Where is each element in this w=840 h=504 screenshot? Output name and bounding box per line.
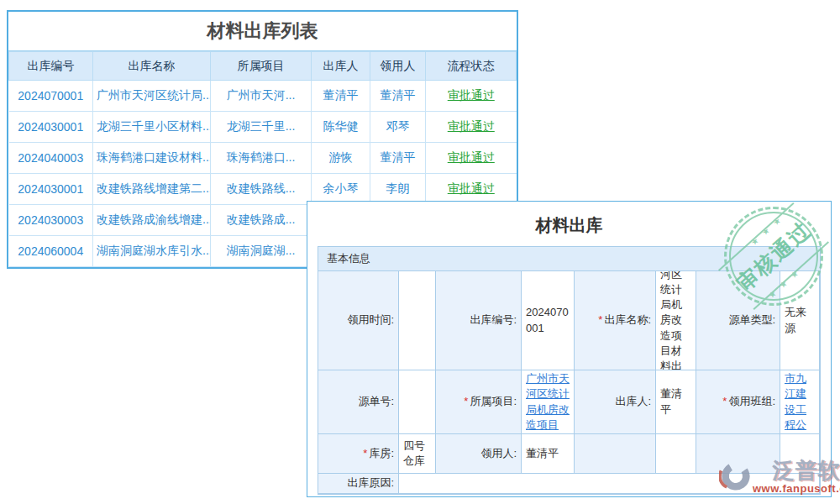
table-row[interactable]: 2024030001改建铁路线增建第二...改建铁路线...余小琴李朗审批通过 <box>9 174 517 205</box>
cell-issuer: 游恢 <box>312 143 370 174</box>
form-value-text: 董清平 <box>526 446 559 461</box>
form-value-link[interactable]: 广州市天河区统计局机房改造项目 <box>526 371 570 433</box>
form-label: *库房: <box>318 434 399 474</box>
cell-name: 龙湖三千里小区材料... <box>93 112 211 143</box>
cell-status: 审批通过 <box>426 174 517 205</box>
cell-issuer: 董清平 <box>312 81 370 112</box>
cell-status: 审批通过 <box>426 81 517 112</box>
section-header-basic-info: 基本信息 <box>318 247 820 271</box>
form-label-text: 所属项目: <box>470 394 517 409</box>
required-marker: * <box>363 446 367 461</box>
cell-project: 改建铁路线... <box>211 174 312 205</box>
table-row[interactable]: 2024030001龙湖三千里小区材料...龙湖三千里...陈华健邓琴审批通过 <box>9 112 517 143</box>
form-value: 2024070001 <box>522 271 575 370</box>
form-label-text: 出库名称: <box>604 312 651 328</box>
form-label-text: 库房: <box>369 446 394 461</box>
cell-project: 龙湖三千里... <box>211 112 312 143</box>
cell-issuer: 余小琴 <box>312 174 370 205</box>
column-header: 流程状态 <box>426 52 517 81</box>
cell-recipient: 李朗 <box>370 174 426 205</box>
form-value-text: 2024070001 <box>526 305 570 335</box>
table-row[interactable]: 2024040003珠海鹤港口建设材料...珠海鹤港口...游恢董清平审批通过 <box>9 143 517 174</box>
form-label-text: 出库原因: <box>347 475 394 491</box>
form-label: *领用班组: <box>696 370 780 434</box>
form-label-text: 源单类型: <box>728 312 775 328</box>
cell-name: 珠海鹤港口建设材料... <box>93 143 211 174</box>
required-marker: * <box>722 394 727 409</box>
form-value: 无来源 <box>780 271 820 370</box>
cell-id[interactable]: 2024030001 <box>9 112 93 143</box>
cell-name: 广州市天河区统计局... <box>93 81 211 112</box>
cell-id[interactable]: 2024030003 <box>9 205 93 236</box>
cell-recipient: 董清平 <box>370 143 426 174</box>
column-header: 领用人 <box>370 52 426 81</box>
form-label: *出库名称: <box>575 271 656 370</box>
form-value: 四号仓库 <box>399 434 436 474</box>
cell-id[interactable]: 2024060004 <box>9 236 93 267</box>
form-value: 董清平 <box>656 370 696 434</box>
cell-project: 广州市天河... <box>211 81 312 112</box>
form-value <box>399 474 820 494</box>
form-label: 出库编号: <box>436 271 522 370</box>
list-title: 材料出库列表 <box>8 12 517 51</box>
form-label <box>696 434 780 474</box>
form-value-text: 四号仓库 <box>403 438 431 469</box>
cell-id[interactable]: 2024070001 <box>9 81 93 112</box>
form-label-text: 出库编号: <box>470 312 517 328</box>
form-value <box>780 434 820 474</box>
form-value-text: 广州市天河区统计局机房改造项目材料出库0225 <box>660 271 691 370</box>
cell-project: 改建铁路成... <box>211 205 312 236</box>
column-header: 出库名称 <box>93 52 211 81</box>
cell-name: 改建铁路成渝线增建... <box>93 205 211 236</box>
cell-id[interactable]: 2024030001 <box>9 174 93 205</box>
form-label: 领用人: <box>436 434 522 474</box>
table-row[interactable]: 2024070001广州市天河区统计局...广州市天河...董清平董清平审批通过 <box>9 81 517 112</box>
form-value <box>399 370 436 434</box>
cell-recipient: 董清平 <box>370 81 426 112</box>
status-approved-link[interactable]: 审批通过 <box>448 150 495 164</box>
form-label: 出库人: <box>575 370 656 434</box>
column-header: 出库人 <box>312 52 370 81</box>
material-outbound-dialog: 材料出库 基本信息 领用时间:出库编号:2024070001*出库名称:广州市天… <box>307 201 832 497</box>
cell-name: 改建铁路线增建第二... <box>93 174 211 205</box>
form-value-text: 董清平 <box>660 386 691 417</box>
basic-info-form: 基本信息 领用时间:出库编号:2024070001*出库名称:广州市天河区统计局… <box>318 246 821 495</box>
form-label: 出库原因: <box>318 474 399 494</box>
form-value-text: 无来源 <box>785 305 815 335</box>
cell-name: 湖南洞庭湖水库引水... <box>93 236 211 267</box>
form-value-link[interactable]: 广安市九江建设工程公司 <box>785 370 815 434</box>
form-label: 领用时间: <box>318 271 399 370</box>
table-header: 出库编号出库名称所属项目出库人领用人流程状态 <box>9 52 517 81</box>
form-value: 广州市天河区统计局机房改造项目材料出库0225 <box>656 271 696 370</box>
form-label-text: 出库人: <box>615 394 651 409</box>
form-value: 广安市九江建设工程公司 <box>780 370 820 434</box>
form-label: 源单号: <box>318 370 399 434</box>
form-label <box>575 434 656 474</box>
cell-status: 审批通过 <box>426 112 517 143</box>
form-label-text: 领用时间: <box>347 312 394 328</box>
form-value: 广州市天河区统计局机房改造项目 <box>522 370 575 434</box>
form-label-text: 源单号: <box>358 394 394 409</box>
cell-recipient: 邓琴 <box>370 112 426 143</box>
form-label: *所属项目: <box>436 370 522 434</box>
form-value <box>399 271 436 370</box>
status-approved-link[interactable]: 审批通过 <box>448 88 495 102</box>
cell-id[interactable]: 2024040003 <box>9 143 93 174</box>
required-marker: * <box>464 394 468 409</box>
cell-issuer: 陈华健 <box>312 112 370 143</box>
cell-status: 审批通过 <box>426 143 517 174</box>
required-marker: * <box>598 312 602 328</box>
column-header: 出库编号 <box>9 52 93 81</box>
status-approved-link[interactable]: 审批通过 <box>448 181 495 195</box>
cell-project: 湖南洞庭湖... <box>211 236 312 267</box>
column-header: 所属项目 <box>211 52 312 81</box>
cell-project: 珠海鹤港口... <box>211 143 312 174</box>
form-label-text: 领用班组: <box>728 394 775 409</box>
form-label: 源单类型: <box>696 271 780 370</box>
status-approved-link[interactable]: 审批通过 <box>448 119 495 133</box>
form-label-text: 领用人: <box>480 446 517 461</box>
form-value: 董清平 <box>522 434 575 474</box>
dialog-title: 材料出库 <box>307 202 831 245</box>
form-value <box>656 434 696 474</box>
